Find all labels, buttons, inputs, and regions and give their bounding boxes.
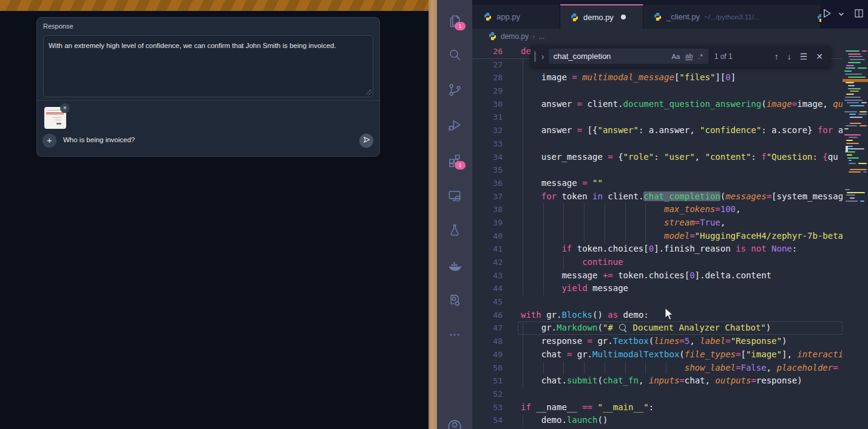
- line-number[interactable]: 38: [472, 203, 503, 216]
- expand-replace-chevron-icon[interactable]: ›: [541, 52, 544, 61]
- dirty-indicator[interactable]: [621, 15, 626, 19]
- code-line-46[interactable]: 46with gr.Blocks() as demo:: [472, 309, 843, 322]
- remove-attachment-button[interactable]: ×: [60, 103, 70, 113]
- code-line-39[interactable]: 39 stream=True,: [472, 216, 843, 230]
- more-ellipsis-icon[interactable]: [437, 323, 472, 347]
- code-line-47[interactable]: 47 gr.Markdown("# Document Analyzer Chat…: [472, 321, 843, 335]
- line-number[interactable]: 26: [472, 45, 503, 58]
- find-widget-grip[interactable]: [534, 51, 536, 62]
- line-number[interactable]: 50: [472, 362, 503, 375]
- code-line-49[interactable]: 49 chat = gr.MultimodalTextbox(file_type…: [472, 348, 843, 362]
- previous-match-button[interactable]: ↑: [775, 52, 779, 61]
- code-line-31[interactable]: 31: [472, 111, 843, 124]
- line-number[interactable]: 33: [472, 137, 503, 151]
- line-number[interactable]: 32: [472, 124, 503, 137]
- minimap[interactable]: [843, 44, 868, 429]
- line-number[interactable]: 35: [472, 163, 503, 177]
- line-number[interactable]: 47: [472, 321, 503, 335]
- line-number[interactable]: 40: [472, 230, 503, 243]
- code-line-50[interactable]: 50 show_label=False, placeholder=: [472, 362, 843, 375]
- tab-client-py[interactable]: _client.py ~/.../python3.11/...: [643, 5, 821, 29]
- code-lines[interactable]: 26def2728 image = multimodal_message["fi…: [472, 45, 843, 429]
- panel-divider[interactable]: [429, 0, 437, 429]
- line-number[interactable]: 39: [472, 216, 503, 230]
- accounts-icon[interactable]: [437, 414, 472, 429]
- find-query[interactable]: chat_completion: [554, 52, 672, 61]
- line-number[interactable]: 45: [472, 295, 503, 309]
- line-number[interactable]: 42: [472, 256, 503, 269]
- source-control-icon[interactable]: [437, 78, 472, 102]
- attachment-thumbnail[interactable]: ×: [44, 107, 66, 129]
- code-line-36[interactable]: 36 message = "": [472, 177, 843, 190]
- whole-word-button[interactable]: ab: [685, 52, 693, 60]
- tab-label: _client.py: [666, 12, 700, 21]
- testing-beaker-icon[interactable]: [437, 218, 472, 242]
- code-line-48[interactable]: 48 response = gr.Textbox(lines=5, label=…: [472, 335, 843, 348]
- line-number[interactable]: 52: [472, 388, 503, 401]
- message-input[interactable]: Who is being invoiced?: [63, 136, 135, 143]
- extensions-icon[interactable]: 1: [437, 148, 472, 173]
- code-line-44[interactable]: 44 yield message: [472, 282, 843, 295]
- line-number[interactable]: 41: [472, 242, 503, 256]
- code-line-51[interactable]: 51 chat.submit(chat_fn, inputs=chat, out…: [472, 374, 843, 388]
- run-debug-icon[interactable]: [437, 113, 472, 137]
- breadcrumb-file[interactable]: demo.py: [501, 32, 529, 41]
- magnifier-emoji: [619, 324, 626, 331]
- code-line-41[interactable]: 41 if token.choices[0].finish_reason is …: [472, 242, 843, 256]
- explorer-icon[interactable]: 1: [437, 9, 472, 33]
- line-number[interactable]: 51: [472, 374, 503, 388]
- next-match-button[interactable]: ↓: [787, 52, 792, 61]
- tab-app-py[interactable]: app.py: [472, 5, 560, 29]
- line-number[interactable]: 46: [472, 309, 503, 322]
- tab-demo-py[interactable]: demo.py: [560, 4, 643, 29]
- close-find-button[interactable]: ✕: [816, 52, 823, 61]
- code-line-40[interactable]: 40 model="HuggingFaceH4/zephyr-7b-beta: [472, 230, 843, 243]
- line-number[interactable]: 44: [472, 282, 503, 295]
- code-line-35[interactable]: 35: [472, 163, 843, 177]
- code-line-30[interactable]: 30 answer = client.document_question_ans…: [472, 98, 843, 111]
- code-line-38[interactable]: 38 max_tokens=100,: [472, 203, 843, 216]
- find-in-selection-button[interactable]: ☰: [800, 52, 808, 61]
- line-number[interactable]: 43: [472, 269, 503, 283]
- line-number[interactable]: 36: [472, 177, 503, 190]
- code-line-53[interactable]: 53if __name__ == "__main__":: [472, 401, 843, 414]
- breadcrumb-symbol[interactable]: ...: [538, 32, 544, 41]
- send-button[interactable]: [359, 134, 373, 148]
- code-line-43[interactable]: 43 message += token.choices[0].delta.con…: [472, 269, 843, 283]
- docker-icon[interactable]: [437, 253, 472, 278]
- line-number[interactable]: 37: [472, 190, 503, 204]
- line-number[interactable]: 48: [472, 335, 503, 348]
- add-file-button[interactable]: +: [42, 134, 56, 148]
- code-line-42[interactable]: 42 continue: [472, 256, 843, 269]
- code-line-37[interactable]: 37 for token in client.chat_completion(m…: [472, 190, 843, 204]
- code-line-33[interactable]: 33: [472, 137, 843, 151]
- line-number[interactable]: 30: [472, 98, 503, 111]
- regex-button[interactable]: .*: [698, 53, 702, 60]
- match-case-button[interactable]: Aa: [672, 53, 680, 60]
- line-number[interactable]: 28: [472, 71, 503, 84]
- line-number[interactable]: 34: [472, 151, 503, 164]
- code-line-28[interactable]: 28 image = multimodal_message["files"][0…: [472, 71, 843, 84]
- code-line-45[interactable]: 45: [472, 295, 843, 309]
- dev-config-icon[interactable]: [437, 288, 472, 312]
- response-textbox[interactable]: With an extremely high level of confiden…: [43, 35, 373, 97]
- code-line-34[interactable]: 34 user_message = {"role": "user", "cont…: [472, 151, 843, 164]
- remote-explorer-icon[interactable]: [437, 184, 472, 208]
- split-editor-button[interactable]: [853, 8, 864, 21]
- resize-handle[interactable]: [365, 89, 371, 95]
- line-number[interactable]: 54: [472, 414, 503, 427]
- code-line-54[interactable]: 54 demo.launch(): [472, 414, 843, 427]
- line-number[interactable]: 53: [472, 401, 503, 414]
- code-editor[interactable]: 26def2728 image = multimodal_message["fi…: [472, 44, 868, 429]
- code-line-29[interactable]: 29: [472, 84, 843, 98]
- line-number[interactable]: 49: [472, 348, 503, 362]
- search-icon[interactable]: [437, 43, 472, 67]
- run-dropdown-chevron-icon[interactable]: [838, 9, 845, 20]
- run-button[interactable]: [821, 7, 833, 22]
- line-number[interactable]: 27: [472, 58, 503, 72]
- code-line-52[interactable]: 52: [472, 388, 843, 401]
- find-input[interactable]: chat_completion Aa ab .*: [549, 49, 708, 64]
- code-line-32[interactable]: 32 answer = [{"answer": a.answer, "confi…: [472, 124, 843, 137]
- line-number[interactable]: 31: [472, 111, 503, 124]
- line-number[interactable]: 29: [472, 84, 503, 98]
